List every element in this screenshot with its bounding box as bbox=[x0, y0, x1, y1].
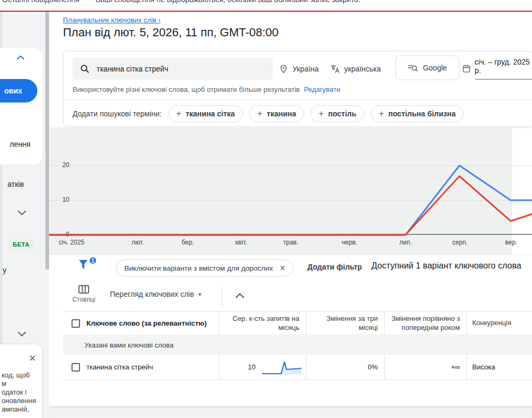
term-chip-label: тканина сітка bbox=[186, 109, 235, 118]
plus-icon: + bbox=[257, 108, 263, 119]
plus-icon: + bbox=[379, 108, 384, 119]
breadcrumb-arrow: › bbox=[158, 16, 161, 24]
breadcrumb-link[interactable]: Планувальник ключових слів › bbox=[63, 16, 161, 24]
chevron-down-icon[interactable] bbox=[17, 331, 27, 337]
add-filter-button[interactable]: Додати фільтр bbox=[307, 263, 362, 271]
language-label: українська bbox=[344, 65, 381, 73]
beta-badge: БЕТА bbox=[9, 240, 34, 249]
term-chip-label: постільна білизна bbox=[388, 109, 456, 118]
language-button[interactable]: українська bbox=[330, 58, 381, 80]
search-network-icon bbox=[408, 64, 418, 72]
3month-change-value: 0% bbox=[368, 363, 378, 371]
sidebar-scrollbar[interactable] bbox=[45, 12, 49, 270]
location-button[interactable]: Україна bbox=[279, 58, 319, 80]
yoy-change-value: +∞ bbox=[451, 363, 460, 371]
filter-chip-adult-content[interactable]: Виключити варіанти з вмістом для доросли… bbox=[116, 259, 293, 277]
select-all-checkbox[interactable] bbox=[72, 319, 80, 328]
columns-label: Стовпці bbox=[72, 296, 95, 303]
trend-line-chart bbox=[49, 128, 532, 255]
row-checkbox[interactable] bbox=[72, 363, 80, 372]
table-section-row: Указані вами ключові слова bbox=[63, 336, 532, 354]
plus-icon: + bbox=[176, 108, 181, 119]
table-row: тканина сітка стрейч 10 0% +∞ Висока bbox=[63, 354, 532, 380]
search-icon bbox=[80, 64, 90, 74]
column-header-keyword[interactable]: Ключове слово (за релевантністю) bbox=[86, 319, 207, 327]
section-label: Указані вами ключові слова bbox=[84, 341, 173, 349]
columns-button[interactable]: Стовпці bbox=[69, 285, 98, 303]
breadcrumb: Планувальник ключових слів › bbox=[63, 16, 161, 24]
close-icon[interactable]: ✕ bbox=[280, 264, 286, 272]
term-chip-label: постіль bbox=[328, 109, 356, 118]
column-header-competition[interactable]: Конкуренція bbox=[472, 319, 511, 328]
table-header-row: Ключове слово (за релевантністю) Сер. к-… bbox=[63, 311, 532, 335]
chevron-up-icon[interactable] bbox=[16, 55, 25, 60]
term-chip[interactable]: + тканина bbox=[249, 105, 304, 122]
sidebar-item-label[interactable]: атків bbox=[7, 180, 24, 188]
term-chip-label: тканина bbox=[267, 109, 296, 118]
keyword-cell: тканина сітка стрейч bbox=[86, 363, 153, 371]
dropdown-arrow-icon: ▾ bbox=[198, 291, 202, 298]
close-icon[interactable]: ✕ bbox=[29, 353, 36, 364]
banner-message: Ваші сповіщення не відображаються, оскіл… bbox=[96, 0, 361, 4]
promo-card: ✕ код, щоб м одаток і оновлення ампаній, bbox=[0, 344, 42, 418]
term-chip[interactable]: + тканина сітка bbox=[168, 105, 243, 122]
promo-line: код, щоб bbox=[2, 371, 36, 380]
sparkline-chart bbox=[261, 358, 303, 376]
hint-row: Використовуйте різні ключові слова, щоб … bbox=[73, 85, 340, 93]
add-terms-row: Додати пошукові терміни: + тканина сітка… bbox=[73, 100, 464, 127]
columns-icon bbox=[78, 285, 89, 294]
plus-icon: + bbox=[319, 108, 324, 119]
chart-bottom-border bbox=[49, 255, 532, 255]
sidebar-item-keyword-planner-active[interactable]: ових bbox=[0, 79, 37, 102]
chevron-down-icon[interactable] bbox=[17, 210, 27, 216]
view-label: Перегляд ключових слів bbox=[110, 290, 194, 298]
collapse-chart-button[interactable] bbox=[235, 291, 245, 301]
divider bbox=[222, 287, 223, 307]
network-selector[interactable]: Google bbox=[395, 56, 459, 80]
search-settings-card: Україна українська bbox=[63, 51, 532, 127]
chevron-up-icon bbox=[235, 293, 245, 299]
filter-chip-label: Виключити варіанти з вмістом для доросли… bbox=[124, 264, 273, 272]
red-series-line bbox=[49, 176, 532, 235]
filter-button[interactable]: 1 bbox=[78, 258, 97, 274]
filter-count-badge: 1 bbox=[89, 256, 97, 265]
date-range-label: січ. – груд. 2025 р. bbox=[475, 58, 532, 80]
add-terms-label: Додати пошукові терміни: bbox=[73, 109, 162, 118]
column-header-avg-searches[interactable]: Сер. к-сть запитів на місяць bbox=[226, 314, 299, 333]
keyword-search-input[interactable] bbox=[97, 65, 257, 73]
page-title: План від лют. 5, 2026, 11 пп, GMT-08:00 bbox=[63, 26, 279, 40]
promo-line: м bbox=[2, 380, 36, 388]
term-chip[interactable]: + постіль bbox=[311, 105, 364, 122]
date-range-button[interactable]: січ. – груд. 2025 р. bbox=[463, 58, 532, 80]
network-label: Google bbox=[423, 64, 447, 72]
hint-text: Використовуйте різні ключові слова, щоб … bbox=[73, 85, 300, 93]
promo-line: одаток і bbox=[2, 388, 36, 397]
filter-funnel-icon bbox=[78, 258, 90, 271]
sidebar-item-label[interactable]: лення bbox=[10, 140, 30, 148]
promo-line: оновлення bbox=[2, 397, 36, 405]
horizontal-scrollbar-area[interactable] bbox=[49, 406, 532, 418]
term-chip[interactable]: + постільна білизна bbox=[371, 105, 464, 122]
translate-icon bbox=[330, 64, 340, 74]
location-label: Україна bbox=[292, 65, 319, 73]
banner-label: Останні повідомлення bbox=[2, 0, 80, 4]
keyword-view-dropdown[interactable]: Перегляд ключових слів ▾ bbox=[110, 290, 201, 298]
sidebar-item-label: ових bbox=[0, 86, 22, 95]
competition-value: Висока bbox=[472, 363, 495, 371]
account-closed-banner: Останні повідомлення Ваші сповіщення не … bbox=[0, 0, 532, 12]
promo-line: ампаній, bbox=[2, 405, 36, 414]
calendar-icon bbox=[463, 64, 471, 73]
column-header-3month-change[interactable]: Змінення за три місяці bbox=[313, 314, 378, 333]
location-pin-icon bbox=[279, 64, 288, 74]
result-summary: Доступний 1 варіант ключового слова bbox=[371, 261, 521, 271]
promo-text: код, щоб м одаток і оновлення ампаній, bbox=[2, 371, 36, 414]
keyword-search-box[interactable] bbox=[73, 58, 273, 80]
keyword-planner-app: Останні повідомлення Ваші сповіщення не … bbox=[0, 0, 532, 418]
column-header-yoy-change[interactable]: Змінення порівняно з попереднім роком bbox=[391, 314, 460, 333]
edit-link[interactable]: Редагувати bbox=[304, 85, 340, 93]
sidebar: ових лення атків БЕТА у ✕ код, щоб м ода… bbox=[0, 12, 49, 418]
sidebar-item-label[interactable]: у bbox=[3, 266, 6, 274]
avg-searches-value: 10 bbox=[248, 363, 256, 371]
sidebar-nav-card: ових лення bbox=[0, 48, 42, 164]
